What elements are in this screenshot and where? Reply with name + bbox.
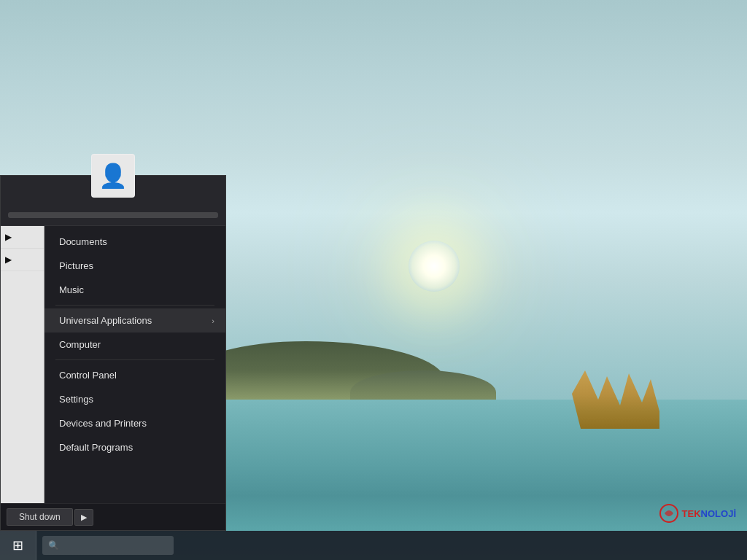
menu-item-computer[interactable]: Computer — [44, 332, 225, 357]
menu-item-pictures[interactable]: Pictures — [44, 254, 225, 278]
shutdown-arrow-button[interactable]: ▶ — [74, 509, 93, 526]
menu-item-control-panel-label: Control Panel — [59, 370, 117, 381]
menu-item-universal-applications[interactable]: Universal Applications › — [44, 308, 225, 332]
start-icon: ⊞ — [12, 537, 23, 553]
watermark-noloji-text: NOLOJİ — [701, 508, 736, 519]
menu-left-panel: ▶ ▶ — [1, 226, 44, 503]
user-avatar: 👤 — [91, 154, 135, 198]
left-panel-item-2-label: ▶ — [5, 254, 12, 265]
menu-footer: Shut down ▶ — [1, 503, 225, 530]
start-menu: 👤 ▶ ▶ Documents Pictures Music — [0, 175, 226, 531]
menu-right-panel: Documents Pictures Music Universal Appli… — [44, 226, 225, 503]
menu-item-devices-printers[interactable]: Devices and Printers — [44, 411, 225, 435]
menu-item-universal-applications-label: Universal Applications — [59, 315, 152, 326]
shutdown-button[interactable]: Shut down — [7, 508, 73, 526]
menu-item-settings[interactable]: Settings — [44, 387, 225, 411]
left-panel-item-2[interactable]: ▶ — [1, 249, 44, 271]
taskbar: ⊞ 🔍 — [0, 531, 747, 560]
watermark-logo-icon — [659, 503, 679, 524]
watermark-tek-text: TEK — [682, 508, 701, 519]
menu-item-documents[interactable]: Documents — [44, 230, 225, 254]
chevron-right-icon: › — [212, 316, 214, 325]
menu-item-music-label: Music — [59, 284, 84, 295]
search-bar[interactable]: 🔍 — [42, 536, 174, 555]
menu-item-devices-printers-label: Devices and Printers — [59, 418, 147, 429]
search-icon: 🔍 — [48, 540, 59, 551]
left-panel-item-1-label: ▶ — [5, 232, 12, 242]
user-name-bar — [8, 212, 218, 218]
sun-decoration — [409, 241, 460, 292]
user-area: 👤 — [1, 176, 225, 226]
menu-separator-1 — [55, 305, 214, 306]
user-avatar-icon: 👤 — [98, 162, 128, 190]
reeds-decoration — [572, 370, 659, 429]
menu-item-settings-label: Settings — [59, 394, 93, 405]
left-panel-item-1[interactable]: ▶ — [1, 226, 44, 249]
menu-item-documents-label: Documents — [59, 236, 107, 247]
menu-item-music[interactable]: Music — [44, 278, 225, 302]
menu-item-computer-label: Computer — [59, 339, 101, 350]
menu-item-control-panel[interactable]: Control Panel — [44, 363, 225, 387]
start-button[interactable]: ⊞ — [0, 531, 36, 560]
watermark: TEK NOLOJİ — [659, 503, 736, 524]
menu-body: ▶ ▶ Documents Pictures Music Universal A… — [1, 226, 225, 503]
menu-item-pictures-label: Pictures — [59, 260, 93, 271]
menu-item-default-programs[interactable]: Default Programs — [44, 435, 225, 459]
menu-separator-2 — [55, 359, 214, 360]
menu-item-default-programs-label: Default Programs — [59, 442, 133, 453]
